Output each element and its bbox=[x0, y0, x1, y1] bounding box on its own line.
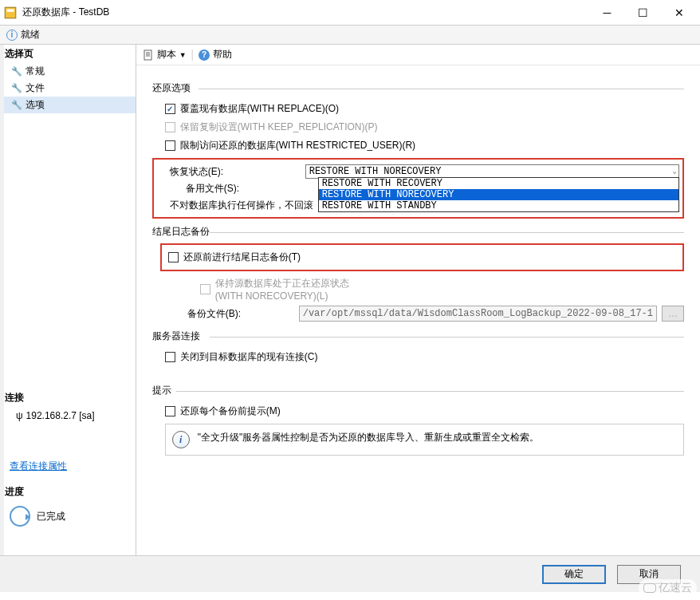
hint-text: "全文升级"服务器属性控制是否为还原的数据库导入、重新生成或重置全文检索。 bbox=[198, 431, 540, 444]
sidebar-item-general[interactable]: 🔧 常规 bbox=[0, 63, 136, 80]
help-icon: ? bbox=[199, 49, 210, 61]
dropdown-arrow-icon[interactable]: ▼ bbox=[179, 51, 187, 59]
prompt-before-row[interactable]: 还原每个备份前提示(M) bbox=[152, 402, 684, 420]
progress-status: 已完成 bbox=[37, 510, 65, 523]
recovery-option[interactable]: RESTORE WITH RECOVERY bbox=[319, 178, 678, 189]
sidebar-item-label: 文件 bbox=[26, 81, 45, 95]
select-page-header: 选择页 bbox=[0, 45, 136, 63]
main-panel: 脚本 ▼ │ ? 帮助 还原选项 覆盖现有数据库(WITH REPLACE)(O… bbox=[136, 45, 700, 555]
restore-options-title: 还原选项 bbox=[152, 81, 684, 95]
ok-button[interactable]: 确定 bbox=[542, 565, 606, 584]
backup-file-row: 备份文件(B): /var/opt/mssql/data/WisdomClass… bbox=[152, 304, 684, 323]
svg-rect-1 bbox=[7, 9, 14, 11]
info-icon: i bbox=[172, 431, 190, 448]
maximize-button[interactable]: ☐ bbox=[625, 1, 661, 25]
sidebar-item-label: 选项 bbox=[26, 98, 45, 112]
hint-title: 提示 bbox=[152, 384, 684, 397]
tail-log-highlight: 还原前进行结尾日志备份(T) bbox=[160, 243, 684, 271]
checkbox-icon[interactable] bbox=[165, 140, 175, 151]
checkbox-icon bbox=[200, 284, 210, 294]
restricted-user-label: 限制访问还原的数据库(WITH RESTRICTED_USER)(R) bbox=[180, 139, 415, 152]
watermark: 亿速云 bbox=[639, 579, 697, 597]
checkbox-icon[interactable] bbox=[165, 352, 175, 362]
server-icon: ψ bbox=[16, 410, 23, 421]
wrench-icon: 🔧 bbox=[11, 66, 22, 77]
recovery-state-highlight: 恢复状态(E): RESTORE WITH NORECOVERY ⌄ 备用文件(… bbox=[152, 158, 684, 219]
help-button[interactable]: 帮助 bbox=[213, 48, 232, 61]
backup-file-input[interactable]: /var/opt/mssql/data/WisdomClassRoom_LogB… bbox=[299, 306, 657, 322]
progress-row: 已完成 bbox=[0, 501, 136, 531]
overwrite-label: 覆盖现有数据库(WITH REPLACE)(O) bbox=[180, 102, 339, 116]
close-button[interactable]: ✕ bbox=[661, 1, 697, 25]
tail-log-title: 结尾日志备份 bbox=[152, 225, 684, 239]
app-icon bbox=[3, 6, 18, 20]
recovery-option[interactable]: RESTORE WITH STANDBY bbox=[319, 200, 678, 211]
svg-rect-0 bbox=[5, 7, 16, 18]
sidebar-item-label: 常规 bbox=[26, 65, 45, 78]
info-icon: i bbox=[6, 30, 18, 41]
svg-rect-2 bbox=[144, 50, 151, 60]
footer: 确定 取消 bbox=[0, 555, 700, 592]
cloud-icon bbox=[643, 583, 656, 593]
leave-norecovery-row: 保持源数据库处于正在还原状态 (WITH NORECOVERY)(L) bbox=[152, 274, 684, 304]
connection-value: 192.168.2.7 [sa] bbox=[26, 410, 95, 421]
minimize-button[interactable]: ─ bbox=[589, 1, 625, 25]
titlebar: 还原数据库 - TestDB ─ ☐ ✕ bbox=[0, 0, 700, 26]
sidebar-item-files[interactable]: 🔧 文件 bbox=[0, 80, 136, 97]
watermark-text: 亿速云 bbox=[659, 581, 692, 595]
recovery-options-list[interactable]: RESTORE WITH RECOVERY RESTORE WITH NOREC… bbox=[318, 177, 679, 212]
progress-icon bbox=[10, 506, 30, 527]
wrench-icon: 🔧 bbox=[11, 100, 22, 110]
toolbar: 脚本 ▼ │ ? 帮助 bbox=[136, 45, 700, 65]
leave-norecovery-label: 保持源数据库处于正在还原状态 bbox=[215, 278, 349, 289]
window-title: 还原数据库 - TestDB bbox=[22, 6, 589, 19]
sidebar-item-options[interactable]: 🔧 选项 bbox=[0, 97, 136, 113]
keep-replication-checkbox-row: 保留复制设置(WITH KEEP_REPLICATION)(P) bbox=[152, 118, 684, 136]
status-text: 就绪 bbox=[21, 28, 40, 41]
overwrite-checkbox-row[interactable]: 覆盖现有数据库(WITH REPLACE)(O) bbox=[152, 100, 684, 118]
status-bar: i 就绪 bbox=[0, 26, 700, 45]
sidebar: 选择页 🔧 常规 🔧 文件 🔧 选项 连接 ψ 192.168.2.7 [sa]… bbox=[0, 45, 136, 555]
checkbox-icon[interactable] bbox=[165, 104, 175, 114]
close-connections-label: 关闭到目标数据库的现有连接(C) bbox=[180, 350, 318, 364]
script-button[interactable]: 脚本 bbox=[157, 48, 176, 61]
wrench-icon: 🔧 bbox=[11, 83, 22, 93]
view-connection-link[interactable]: 查看连接属性 bbox=[0, 456, 136, 476]
recovery-state-value: RESTORE WITH NORECOVERY bbox=[309, 166, 442, 177]
connection-header: 连接 bbox=[0, 389, 136, 407]
checkbox-icon[interactable] bbox=[168, 252, 179, 262]
connection-value-row: ψ 192.168.2.7 [sa] bbox=[0, 407, 136, 424]
recovery-option[interactable]: RESTORE WITH NORECOVERY bbox=[319, 189, 678, 200]
restricted-user-checkbox-row[interactable]: 限制访问还原的数据库(WITH RESTRICTED_USER)(R) bbox=[152, 136, 684, 155]
backup-file-label: 备份文件(B): bbox=[187, 307, 299, 321]
checkbox-icon[interactable] bbox=[165, 406, 175, 416]
progress-header: 进度 bbox=[0, 483, 136, 501]
server-conn-title: 服务器连接 bbox=[152, 330, 684, 343]
tail-log-checkbox-row[interactable]: 还原前进行结尾日志备份(T) bbox=[165, 248, 679, 266]
prompt-before-label: 还原每个备份前提示(M) bbox=[180, 405, 281, 418]
standby-file-label: 备用文件(S): bbox=[170, 182, 305, 195]
checkbox-icon bbox=[165, 122, 175, 132]
leave-norecovery-label2: (WITH NORECOVERY)(L) bbox=[215, 290, 328, 302]
hint-box: i "全文升级"服务器属性控制是否为还原的数据库导入、重新生成或重置全文检索。 bbox=[165, 424, 684, 456]
tail-log-label: 还原前进行结尾日志备份(T) bbox=[183, 251, 301, 264]
recovery-state-label: 恢复状态(E): bbox=[170, 165, 305, 179]
browse-button: … bbox=[662, 306, 684, 322]
close-connections-row[interactable]: 关闭到目标数据库的现有连接(C) bbox=[152, 348, 684, 366]
script-icon bbox=[143, 49, 154, 61]
chevron-down-icon: ⌄ bbox=[673, 167, 677, 176]
keep-replication-label: 保留复制设置(WITH KEEP_REPLICATION)(P) bbox=[180, 120, 378, 134]
